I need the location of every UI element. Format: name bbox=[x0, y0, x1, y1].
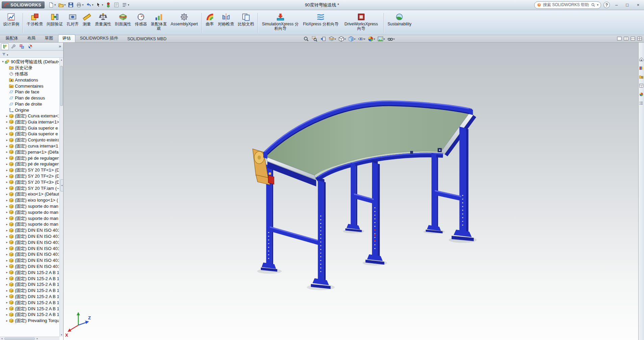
expand-arrow-icon[interactable] bbox=[5, 295, 9, 298]
expand-arrow-icon[interactable] bbox=[5, 162, 9, 166]
expand-arrow-icon[interactable] bbox=[5, 175, 9, 178]
assemblyxpert-button[interactable]: AssemblyXpert bbox=[169, 11, 200, 35]
tree-item[interactable]: (固定) SY 20 TF.iam (~1 bbox=[1, 185, 59, 191]
expand-arrow-icon[interactable] bbox=[5, 180, 9, 184]
tab[interactable]: 草图 bbox=[41, 35, 58, 42]
tree-item[interactable]: (固定) DIN 125-2 A B 1 bbox=[1, 306, 59, 312]
scroll-left-icon[interactable]: ◂ bbox=[0, 337, 4, 340]
tree-item[interactable]: (固定) DIN EN ISO 401 bbox=[1, 233, 59, 240]
open-document-button[interactable] bbox=[57, 1, 67, 9]
tab[interactable]: 布局 bbox=[23, 35, 40, 42]
expand-arrow-icon[interactable] bbox=[5, 144, 9, 148]
tree-item[interactable]: (固定) SY 20 TF<3> (Dé bbox=[1, 179, 59, 185]
custom-properties-tab[interactable] bbox=[639, 101, 644, 107]
panel-more-chevron-icon[interactable]: » bbox=[57, 44, 63, 49]
command-button[interactable] bbox=[201, 13, 202, 33]
sustainability-button[interactable]: Sustainability bbox=[386, 11, 413, 35]
design-study-button[interactable]: 设计算例 bbox=[1, 11, 21, 35]
tree-item[interactable]: (固定) pé de regulagem bbox=[1, 161, 59, 167]
tab[interactable]: 装配体 bbox=[1, 35, 23, 42]
interference-detection-button[interactable]: 干涉检查 bbox=[25, 11, 45, 35]
previous-view-button[interactable] bbox=[319, 36, 327, 42]
command-button[interactable] bbox=[23, 13, 23, 33]
tree-item[interactable]: Origine bbox=[1, 107, 59, 113]
tree-item[interactable]: (固定) Prevailing Torqu bbox=[1, 318, 59, 324]
tree-item[interactable]: (固定) curva interna<1 bbox=[1, 143, 59, 149]
tab[interactable]: SOLIDWORKS 插件 bbox=[76, 35, 123, 42]
curvature-button[interactable]: 曲率 bbox=[204, 11, 216, 35]
view-settings-button[interactable] bbox=[387, 36, 395, 42]
tree-item[interactable]: (固定) suporte do man bbox=[1, 203, 59, 209]
close-button[interactable]: × bbox=[634, 2, 642, 8]
design-library-tab[interactable] bbox=[639, 66, 644, 72]
expand-arrow-icon[interactable] bbox=[5, 156, 9, 160]
view-orientation-button[interactable] bbox=[338, 36, 346, 42]
tree-item[interactable]: Plan de droite bbox=[1, 101, 59, 107]
tree-item[interactable]: (固定) suporte do man bbox=[1, 216, 59, 222]
tree-item[interactable]: (固定) pé de regulagem bbox=[1, 155, 59, 161]
expand-arrow-icon[interactable] bbox=[5, 247, 9, 250]
tree-item[interactable]: (固定) DIN 125-2 A B 1 bbox=[1, 276, 59, 282]
expand-arrow-icon[interactable] bbox=[5, 186, 9, 190]
solidworks-resources-tab[interactable] bbox=[639, 57, 644, 63]
tree-item[interactable]: 历史记录 bbox=[1, 65, 59, 71]
expand-arrow-icon[interactable] bbox=[5, 210, 9, 214]
symmetry-check-button[interactable]: 对称检查 bbox=[216, 11, 236, 35]
expand-arrow-icon[interactable] bbox=[5, 307, 9, 311]
displaymanager-tab[interactable] bbox=[26, 43, 34, 50]
viewport-quad-icon[interactable] bbox=[637, 36, 642, 43]
options-button[interactable] bbox=[121, 1, 130, 9]
expand-arrow-icon[interactable] bbox=[5, 313, 9, 317]
file-properties-button[interactable] bbox=[113, 1, 120, 9]
tree-item[interactable]: 传感器 bbox=[1, 71, 59, 77]
tree-item[interactable]: (固定) Curva externa<1 bbox=[1, 113, 59, 119]
scroll-right-icon[interactable]: ▸ bbox=[35, 337, 39, 340]
floxpress-button[interactable]: FloXpress 分析向导 bbox=[301, 11, 340, 35]
undo-button[interactable] bbox=[85, 1, 94, 9]
expand-arrow-icon[interactable] bbox=[5, 265, 9, 268]
tree-item[interactable]: (固定) eixo longo<1> ( bbox=[1, 197, 59, 203]
mass-properties-button[interactable]: 质量属性 bbox=[93, 11, 113, 35]
tree-item[interactable]: (固定) Guia superior e bbox=[1, 125, 59, 131]
graphics-viewport[interactable]: X Z bbox=[64, 43, 638, 340]
propertymanager-tab[interactable] bbox=[9, 43, 17, 50]
command-button[interactable] bbox=[257, 13, 258, 33]
tree-item[interactable]: (固定) SY 20 TF<2> (Dé bbox=[1, 173, 59, 179]
tree-horizontal-scrollbar[interactable]: ◂ ▸ bbox=[0, 337, 59, 340]
expand-arrow-icon[interactable] bbox=[5, 259, 9, 263]
viewport-split-vertical-icon[interactable] bbox=[623, 36, 629, 43]
tree-item[interactable]: (固定) Conjunto esteira bbox=[1, 137, 59, 143]
print-button[interactable] bbox=[75, 1, 84, 9]
clearance-verification-button[interactable]: 间隙验证 bbox=[45, 11, 65, 35]
section-view-button[interactable] bbox=[328, 36, 337, 42]
sensor-button[interactable]: 传感器 bbox=[133, 11, 149, 35]
scrollbar-thumb[interactable] bbox=[60, 66, 63, 106]
tree-item[interactable]: (固定) DIN 125-2 A B 1 bbox=[1, 312, 59, 318]
tree-item[interactable]: Plan de face bbox=[1, 89, 59, 95]
tab[interactable]: SOLIDWORKS MBD bbox=[123, 36, 171, 42]
expand-arrow-icon[interactable] bbox=[5, 192, 9, 196]
tree-item[interactable]: Plan de dessus bbox=[1, 95, 59, 101]
tree-item[interactable]: (固定) DIN EN ISO 401 bbox=[1, 264, 59, 270]
tree-item[interactable]: (固定) suporte do man bbox=[1, 209, 59, 216]
search-scope-caret-icon[interactable]: ▾ bbox=[597, 3, 598, 6]
expand-arrow-icon[interactable] bbox=[5, 150, 9, 154]
featuremanager-tab[interactable] bbox=[1, 43, 9, 50]
tree-item[interactable]: (固定) DIN EN ISO 401 bbox=[1, 257, 59, 264]
tree-item[interactable]: Annotations bbox=[1, 77, 59, 83]
tree-item[interactable]: (固定) DIN EN ISO 401 bbox=[1, 240, 59, 246]
tree-item[interactable]: Commentaires bbox=[1, 83, 59, 89]
tree-item[interactable]: (固定) DIN 125-2 A B 1 bbox=[1, 300, 59, 306]
expand-arrow-icon[interactable] bbox=[5, 217, 9, 220]
tree-item[interactable]: (固定) Guia superior e bbox=[1, 131, 59, 137]
expand-arrow-icon[interactable] bbox=[1, 60, 5, 64]
viewport-split-horizontal-icon[interactable] bbox=[630, 36, 636, 43]
expand-arrow-icon[interactable] bbox=[5, 283, 9, 287]
tree-item[interactable]: (固定) DIN 125-2 A B 1 bbox=[1, 288, 59, 294]
expand-arrow-icon[interactable] bbox=[5, 126, 9, 130]
section-properties-button[interactable]: 剖面属性 bbox=[113, 11, 133, 35]
search-icon[interactable] bbox=[591, 3, 595, 7]
expand-arrow-icon[interactable] bbox=[5, 138, 9, 142]
expand-arrow-icon[interactable] bbox=[5, 235, 9, 239]
file-explorer-tab[interactable] bbox=[639, 74, 644, 81]
